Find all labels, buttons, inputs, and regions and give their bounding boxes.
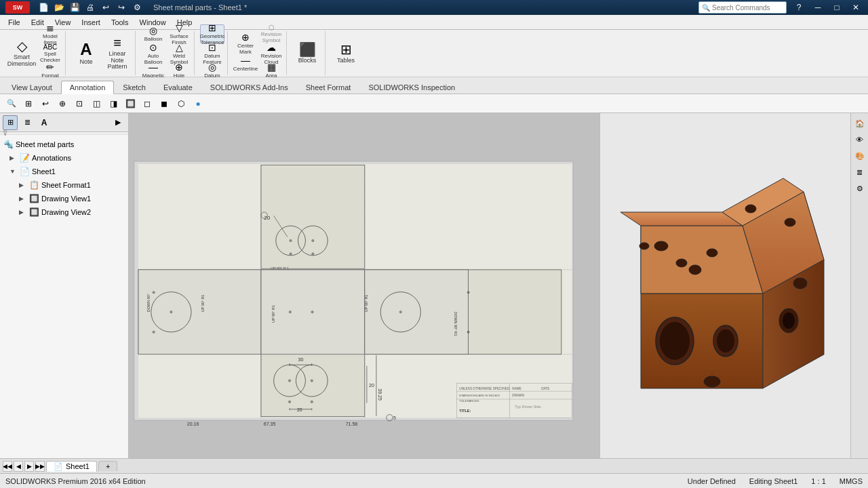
spell-checker-button[interactable]: ABC Spell Checker: [38, 44, 62, 63]
center-mark-button[interactable]: ⊕ Center Mark: [233, 34, 258, 53]
svg-point-116: [660, 322, 690, 360]
panel-btn-list[interactable]: ≣: [20, 115, 35, 130]
sheet-nav-prev[interactable]: ◀: [14, 461, 23, 472]
rs-list-button[interactable]: ≣: [852, 165, 867, 180]
tab-solidworks-addins[interactable]: SOLIDWORKS Add-Ins: [201, 81, 297, 94]
svg-text:DIMENSIONS ARE IN INCHES: DIMENSIONS ARE IN INCHES: [459, 394, 500, 397]
tree-drawing-view1[interactable]: ▶ 🔲 Drawing View1: [0, 192, 128, 205]
print-button[interactable]: 🖨: [83, 1, 97, 14]
title-bar: SW 📄 📂 💾 🖨 ↩ ↪ ⚙ Sheet metal parts - She…: [0, 0, 868, 15]
svg-text:20: 20: [369, 383, 374, 388]
sheet-tab-add[interactable]: +: [98, 461, 117, 471]
tab-sheet-format[interactable]: Sheet Format: [297, 81, 360, 94]
save-button[interactable]: 💾: [68, 1, 81, 14]
centerline-button[interactable]: — Centerline: [233, 54, 258, 73]
model-items-button[interactable]: ≣ Model Items: [38, 24, 62, 43]
svg-marker-112: [620, 212, 743, 226]
3d-view[interactable]: [599, 113, 850, 474]
centerline-label: Centerline: [233, 66, 258, 72]
search-input[interactable]: [712, 4, 783, 12]
magnetic-line-icon: —: [149, 62, 158, 73]
auto-balloon-icon: ⊙: [149, 42, 157, 53]
svg-point-123: [793, 278, 807, 289]
tab-view-layout[interactable]: View Layout: [3, 81, 61, 94]
menu-insert[interactable]: Insert: [76, 17, 106, 28]
view-btn-6[interactable]: ◫: [89, 96, 104, 111]
view-btn-9[interactable]: ◻: [140, 96, 155, 111]
sheet-nav-next[interactable]: ▶: [24, 461, 34, 472]
tree-drawing-view2-label: Drawing View2: [41, 208, 91, 216]
dv1-icon: 🔲: [28, 193, 39, 204]
note-icon: A: [80, 41, 92, 58]
view-btn-1[interactable]: 🔍: [4, 96, 19, 111]
tree-sheet-format1[interactable]: ▶ 📋 Sheet Format1: [0, 178, 128, 192]
drawing-canvas: UNLESS OTHERWISE SPECIFIED: DIMENSIONS A…: [129, 113, 599, 474]
rs-color-button[interactable]: 🎨: [852, 148, 867, 163]
drawing-area[interactable]: UNLESS OTHERWISE SPECIFIED: DIMENSIONS A…: [129, 113, 599, 474]
tree-root[interactable]: 🔩 Sheet metal parts: [0, 138, 128, 151]
sf1-arrow: ▶: [19, 182, 28, 188]
help-icon[interactable]: ?: [792, 1, 806, 14]
tree-sheet1[interactable]: ▼ 📄 Sheet1: [0, 165, 128, 178]
view-btn-4[interactable]: ⊕: [55, 96, 70, 111]
geometric-tolerance-button[interactable]: ⊞ Geometric Tolerance: [200, 24, 224, 43]
tab-evaluate[interactable]: Evaluate: [155, 81, 201, 94]
sw-logo: SW: [5, 1, 30, 14]
view-btn-11[interactable]: ⬡: [174, 96, 189, 111]
view-btn-5[interactable]: ⊡: [72, 96, 87, 111]
minimize-button[interactable]: ─: [811, 1, 825, 14]
surface-finish-button[interactable]: ▽ Surface Finish: [167, 24, 191, 43]
tables-group: ⊞ Tables: [328, 31, 363, 75]
rs-home-button[interactable]: 🏠: [852, 116, 867, 131]
weld-symbol-icon: △: [176, 42, 183, 53]
search-box[interactable]: 🔍: [698, 1, 787, 14]
tab-annotation[interactable]: Annotation: [61, 81, 115, 94]
sheet1-icon: 📄: [19, 166, 30, 177]
options-button[interactable]: ⚙: [130, 1, 144, 14]
panel-btn-grid[interactable]: ⊞: [3, 115, 18, 130]
close-button[interactable]: ✕: [849, 1, 863, 14]
tree-annotations[interactable]: ▶ 📝 Annotations: [0, 151, 128, 165]
weld-symbol-button[interactable]: △ Weld Symbol: [167, 44, 191, 63]
sheet-nav-last[interactable]: ▶▶: [35, 461, 45, 472]
view-btn-12[interactable]: ●: [191, 96, 205, 111]
note-button[interactable]: A Note: [71, 34, 101, 73]
tables-button[interactable]: ⊞ Tables: [331, 34, 361, 73]
view-btn-10[interactable]: ◼: [157, 96, 172, 111]
new-button[interactable]: 📄: [37, 1, 50, 14]
maximize-button[interactable]: □: [830, 1, 844, 14]
svg-marker-111: [641, 226, 763, 293]
smart-dimension-button[interactable]: ◇ SmartDimension: [7, 34, 37, 73]
edition-label: SOLIDWORKS Premium 2016 x64 Edition: [5, 477, 146, 485]
3d-model-svg: [607, 171, 844, 415]
panel-btn-annotate[interactable]: A: [37, 115, 52, 130]
menu-tools[interactable]: Tools: [106, 17, 134, 28]
datum-feature-button[interactable]: ⊡ Datum Feature: [200, 44, 224, 63]
balloon-button[interactable]: ◎ Balloon: [141, 24, 165, 43]
auto-balloon-button[interactable]: ⊙ Auto Balloon: [141, 44, 165, 63]
tab-sketch[interactable]: Sketch: [114, 81, 155, 94]
revision-cloud-button[interactable]: ☁ Revision Cloud: [259, 44, 283, 63]
view-btn-3[interactable]: ↩: [38, 96, 53, 111]
tree-drawing-view2[interactable]: ▶ 🔲 Drawing View2: [0, 205, 128, 219]
rs-settings-button[interactable]: ⚙: [852, 181, 867, 196]
blocks-button[interactable]: ⬛ Blocks: [292, 34, 322, 73]
panel-expand[interactable]: ▶: [111, 115, 125, 130]
redo-button[interactable]: ↪: [115, 1, 128, 14]
menu-file[interactable]: File: [3, 17, 26, 28]
view-btn-7[interactable]: ◨: [106, 96, 121, 111]
sheet-tab-sheet1[interactable]: 📄 Sheet1: [46, 461, 97, 472]
titlebar-right: 🔍 ? ─ □ ✕: [698, 1, 863, 14]
linear-note-button[interactable]: ≡ Linear NotePattern: [102, 34, 132, 73]
datum-feature-icon: ⊡: [208, 42, 216, 53]
sheet-nav-first[interactable]: ◀◀: [3, 461, 12, 472]
open-button[interactable]: 📂: [52, 1, 66, 14]
rs-view-button[interactable]: 👁: [852, 132, 867, 147]
annotations-icon: 📝: [19, 152, 30, 163]
tab-solidworks-inspection[interactable]: SOLIDWORKS Inspection: [359, 81, 464, 94]
view-btn-2[interactable]: ⊞: [21, 96, 36, 111]
undo-button[interactable]: ↩: [99, 1, 113, 14]
view-btn-8[interactable]: 🔲: [123, 96, 138, 111]
svg-text:NAME: NAME: [512, 387, 521, 390]
revision-symbol-button[interactable]: ⬡ Revision Symbol: [259, 24, 283, 43]
